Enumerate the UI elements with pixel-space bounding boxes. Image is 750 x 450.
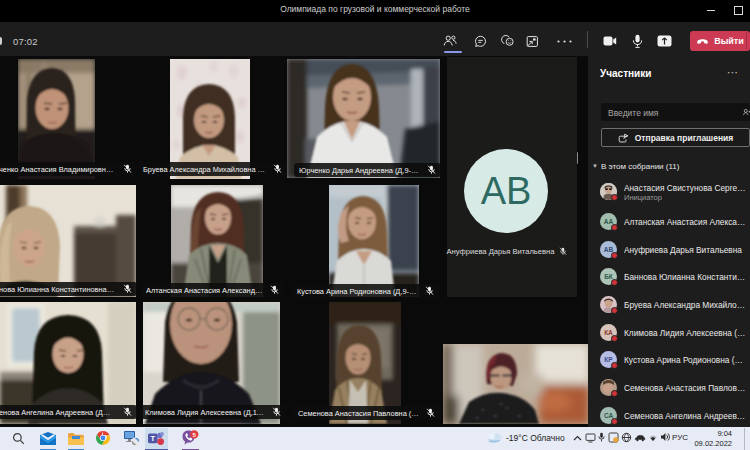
svg-text:T: T <box>151 434 156 443</box>
